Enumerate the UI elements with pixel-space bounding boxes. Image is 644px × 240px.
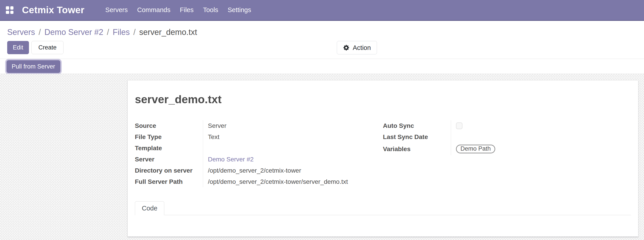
nav-menu-commands[interactable]: Commands [132,0,175,21]
breadcrumb-link[interactable]: Demo Server #2 [44,27,103,37]
breadcrumb-separator: / [130,27,139,37]
apps-grid-icon[interactable] [6,6,14,14]
field-label: Last Sync Date [383,131,451,143]
app-brand-title[interactable]: Cetmix Tower [22,5,84,15]
breadcrumb-separator: / [35,27,44,37]
form-sheet: server_demo.txt SourceServerFile TypeTex… [128,80,638,237]
navbar-menu: ServersCommandsFilesToolsSettings [100,0,256,21]
field-value-text: Text [208,133,220,140]
breadcrumb: Servers / Demo Server #2 / Files / serve… [0,21,644,41]
field-groups: SourceServerFile TypeTextTemplateServerD… [135,120,631,187]
nav-menu-settings[interactable]: Settings [223,0,256,21]
field-value: Demo Server #2 [203,154,383,165]
breadcrumb-link[interactable]: Files [113,27,130,37]
field-row: SourceServer [135,120,383,131]
field-label: Template [135,143,203,154]
tab-code[interactable]: Code [135,201,164,215]
field-value: /opt/demo_server_2/cetmix-tower [203,165,383,176]
field-value-link[interactable]: Demo Server #2 [208,156,254,163]
record-title: server_demo.txt [135,93,631,106]
field-value: Text [203,131,383,143]
statusbar: Pull from Server [0,59,644,74]
field-row: VariablesDemo Path [383,143,631,155]
auto-sync-checkbox[interactable] [456,122,462,129]
field-value [203,143,383,154]
field-label: Full Server Path [135,176,203,187]
field-row: Template [135,143,383,154]
pull-from-server-button[interactable]: Pull from Server [6,60,60,73]
apps-grid-square [6,6,9,10]
action-button[interactable]: Action [337,41,377,54]
field-label: Server [135,154,203,165]
field-label: Auto Sync [383,120,451,131]
apps-grid-square [10,11,14,14]
left-field-group: SourceServerFile TypeTextTemplateServerD… [135,120,383,187]
field-row: Last Sync Date [383,131,631,143]
field-label: Variables [383,143,451,155]
field-label: Directory on server [135,165,203,176]
field-value: Server [203,120,383,131]
gear-icon [343,44,350,51]
field-label: File Type [135,131,203,143]
form-view-background: server_demo.txt SourceServerFile TypeTex… [0,74,644,240]
breadcrumb-separator: / [103,27,113,37]
right-group-body: Auto SyncLast Sync DateVariablesDemo Pat… [383,120,631,155]
field-value-text: Server [208,122,226,129]
action-button-label: Action [353,44,371,51]
left-group-body: SourceServerFile TypeTextTemplateServerD… [135,120,383,187]
variable-tag[interactable]: Demo Path [456,145,495,153]
field-value [451,120,631,131]
create-button[interactable]: Create [32,41,64,54]
notebook: Code [135,201,631,215]
nav-menu-servers[interactable]: Servers [100,0,132,21]
field-value: Demo Path [451,143,631,155]
field-value-text: /opt/demo_server_2/cetmix-tower [208,167,301,174]
field-label: Source [135,120,203,131]
field-row: Auto Sync [383,120,631,131]
apps-grid-square [10,6,14,10]
notebook-tabs: Code [135,201,631,215]
breadcrumb-current: server_demo.txt [139,27,197,37]
control-panel: Servers / Demo Server #2 / Files / serve… [0,21,644,74]
field-value-text: /opt/demo_server_2/cetmix-tower/server_d… [208,178,348,185]
field-row: Directory on server/opt/demo_server_2/ce… [135,165,383,176]
field-row: Full Server Path/opt/demo_server_2/cetmi… [135,176,383,187]
field-row: File TypeText [135,131,383,143]
edit-button[interactable]: Edit [7,41,29,54]
apps-grid-square [6,11,9,14]
field-value [451,131,631,143]
nav-menu-files[interactable]: Files [175,0,198,21]
top-navbar: Cetmix Tower ServersCommandsFilesToolsSe… [0,0,644,21]
right-field-group: Auto SyncLast Sync DateVariablesDemo Pat… [383,120,631,187]
control-panel-buttons: Edit Create Action [0,41,644,59]
breadcrumb-link[interactable]: Servers [7,27,35,37]
nav-menu-tools[interactable]: Tools [198,0,223,21]
field-row: ServerDemo Server #2 [135,154,383,165]
field-value: /opt/demo_server_2/cetmix-tower/server_d… [203,176,383,187]
